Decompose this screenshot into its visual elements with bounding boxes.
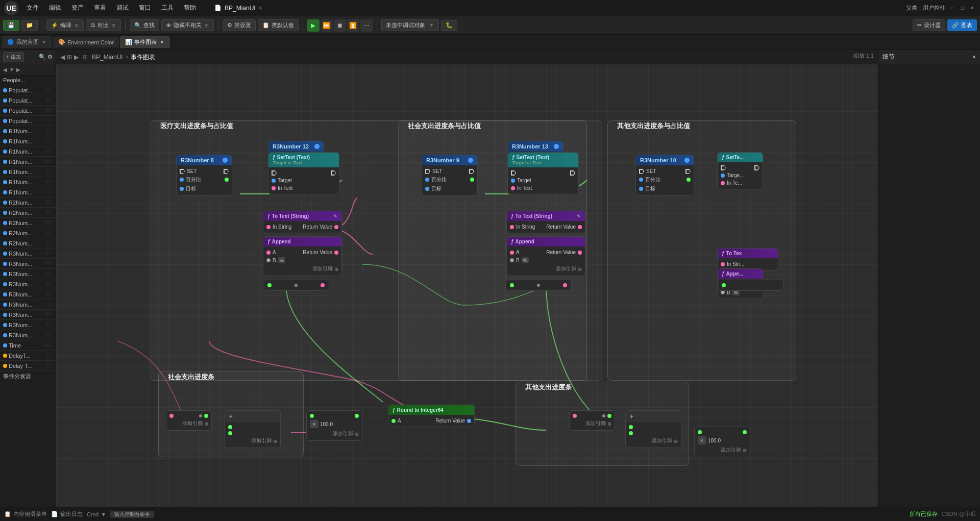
node-roundint[interactable]: ƒ Round to Integer64 A Return Value <box>388 405 475 427</box>
pause-button[interactable]: ⏫ <box>347 19 359 32</box>
graph-button[interactable]: 🔗 图表 <box>947 19 977 31</box>
node-divide-op2[interactable]: ÷ 添加引脚 ⊕ <box>625 410 681 448</box>
nav-home-icon[interactable]: ⊞ <box>67 54 72 61</box>
sidebar-item-2[interactable]: Populat...〈〉 <box>0 95 56 106</box>
menu-help[interactable]: 帮助 <box>180 2 200 14</box>
sidebar-arrow-right[interactable]: ▶ <box>16 67 20 72</box>
node-append2[interactable]: ƒ Append A Return Value <box>506 236 585 276</box>
tab-event-graph[interactable]: 📊 事件图表 × <box>120 36 170 48</box>
tab-my-blueprint[interactable]: 🔵 我的蓝图 × <box>2 36 52 48</box>
node-settext2[interactable]: ƒ SetText (Text) Target is Text Target <box>507 152 579 194</box>
sidebar-item-29[interactable]: 事件分发器 <box>0 371 56 382</box>
node-divide1[interactable]: 添加引脚 ⊕ <box>166 410 212 431</box>
play-button[interactable]: ▶ <box>307 19 320 32</box>
sidebar-item-18[interactable]: R3Num...〈〉 <box>0 259 56 269</box>
node-r3number10[interactable]: R3Number 10 SET 百分比 <box>635 155 694 196</box>
sidebar-settings-icon[interactable]: ⚙ <box>47 54 53 60</box>
node-multiply2[interactable]: × 100.0 添加引脚 ⊕ <box>694 427 750 457</box>
sidebar-item-9[interactable]: R1Num...〈〉 <box>0 167 56 177</box>
class-settings-button[interactable]: ⚙ 类设置 <box>223 19 256 31</box>
minimize-button[interactable]: ─ <box>948 5 955 12</box>
sidebar-item-1[interactable]: Populat...〈〉 <box>0 85 56 95</box>
sidebar-item-15[interactable]: R2Num...〈〉 <box>0 228 56 238</box>
canvas-area[interactable]: ◀ ⊞ ▶ ⊞ BP_MianUI > 事件图表 缩放 1:1 <box>56 50 878 507</box>
node-settext1[interactable]: ƒ SetText (Text) Target is Text Target <box>268 152 339 194</box>
find-button[interactable]: 🔍 查找 <box>130 19 159 31</box>
menu-debug[interactable]: 调试 <box>112 2 133 14</box>
sidebar-item-4[interactable]: Populat...〈〉 <box>0 116 56 126</box>
close-button[interactable]: × <box>969 5 976 12</box>
sidebar-item-21[interactable]: R3Num...〈〉 <box>0 289 56 300</box>
sidebar-item-17[interactable]: R3Num...〈〉 <box>0 249 56 259</box>
sidebar-item-26[interactable]: Time〈〉 <box>0 340 56 351</box>
sidebar-item-7[interactable]: R1Num...〈〉 <box>0 146 56 157</box>
resume-button[interactable]: ⏩ <box>321 19 333 32</box>
compile-button[interactable]: ⚡ 编译 ▼ <box>46 19 84 31</box>
sidebar-item-12[interactable]: R2Num...〈〉 <box>0 197 56 208</box>
status-content[interactable]: 📋 内容侧滑菜单 <box>4 510 47 518</box>
stop-button[interactable]: ⏹ <box>334 19 346 32</box>
add-pin-row-1[interactable]: 添加引脚 ⊕ <box>263 264 341 274</box>
node-connector3[interactable] <box>717 280 783 291</box>
save-button[interactable]: 💾 <box>3 20 19 31</box>
tab-close-event-graph[interactable]: × <box>159 39 165 45</box>
menu-edit[interactable]: 编辑 <box>45 2 65 14</box>
node-connector2[interactable] <box>505 280 572 291</box>
sidebar-item-22[interactable]: R3Num...〈〉 <box>0 300 56 310</box>
add-pin-row-2[interactable]: 添加引脚 ⊕ <box>507 264 585 274</box>
sidebar-item-5[interactable]: R1Num...〈〉 <box>0 126 56 136</box>
sidebar-arrow-left[interactable]: ◀ <box>3 67 7 72</box>
add-pin-row-8[interactable]: 添加引脚 ⊕ <box>695 445 750 455</box>
more-button[interactable]: ⋯ <box>360 19 373 32</box>
node-totext2[interactable]: ƒ To Text (String) ✎ In String Return Va… <box>506 211 585 233</box>
sidebar-item-20[interactable]: R3Num...〈〉 <box>0 279 56 289</box>
node-r3number9[interactable]: R3Number 9 SET 百分比 <box>422 155 478 196</box>
add-pin-row-6[interactable]: 添加引脚 ⊕ <box>570 419 615 428</box>
node-connector1[interactable] <box>263 280 329 291</box>
status-output[interactable]: 📄 输出日志 <box>51 510 83 518</box>
menu-tools[interactable]: 工具 <box>157 2 178 14</box>
sidebar-item-8[interactable]: R1Num...〈〉 <box>0 157 56 167</box>
breadcrumb-bp[interactable]: BP_MianUI <box>92 54 123 61</box>
designer-button[interactable]: ✏ 设计器 <box>913 19 945 31</box>
sidebar-item-10[interactable]: R1Num...〈〉 <box>0 177 56 187</box>
node-settext3[interactable]: ƒ SetTe... Targe... <box>717 152 763 189</box>
add-pin-row-4[interactable]: 添加引脚 ⊕ <box>225 436 280 445</box>
compare-button[interactable]: ⚖ 对比 ▼ <box>86 19 121 31</box>
sidebar-item-16[interactable]: R2Num...〈〉 <box>0 238 56 249</box>
node-multiply1[interactable]: × 100.0 添加引脚 ⊕ <box>306 410 362 441</box>
node-divide2[interactable]: 添加引脚 ⊕ <box>569 410 615 431</box>
nav-left-icon[interactable]: ◀ <box>60 54 65 61</box>
sidebar-item-13[interactable]: R2Num...〈〉 <box>0 208 56 218</box>
node-totext1[interactable]: ƒ To Text (String) ✎ In String Return Va… <box>263 211 342 233</box>
menu-file[interactable]: 文件 <box>22 2 43 14</box>
sidebar-item-25[interactable]: R3Num...〈〉 <box>0 330 56 340</box>
sidebar-item-19[interactable]: R3Num...〈〉 <box>0 269 56 279</box>
add-variable-button[interactable]: + 添加 <box>3 52 24 62</box>
browse-button[interactable]: 📁 <box>21 20 38 31</box>
sidebar-item-27[interactable]: DelayT...〈〉 <box>0 351 56 361</box>
node-r3number8[interactable]: R3Number 8 SET 百分比 <box>176 155 232 196</box>
node-append1[interactable]: ƒ Append A Return Value <box>263 236 342 276</box>
sidebar-item-11[interactable]: R1Num...〈〉 <box>0 187 56 197</box>
status-cmd[interactable]: Cmd ▼ <box>87 511 106 517</box>
sidebar-item-24[interactable]: R3Num...〈〉 <box>0 320 56 330</box>
nav-right-icon[interactable]: ▶ <box>74 54 79 61</box>
filename-close[interactable]: × <box>259 5 262 12</box>
menu-view[interactable]: 查看 <box>90 2 110 14</box>
class-defaults-button[interactable]: 📋 类默认值 <box>258 19 299 31</box>
menu-asset[interactable]: 资产 <box>67 2 88 14</box>
sidebar-search-icon[interactable]: 🔍 <box>39 54 46 60</box>
sidebar-item-6[interactable]: R1Num...〈〉 <box>0 136 56 146</box>
sidebar-item-0[interactable]: People... <box>0 76 56 85</box>
sidebar-item-3[interactable]: Populat...〈〉 <box>0 106 56 116</box>
add-pin-row-7[interactable]: 添加引脚 ⊕ <box>626 436 681 445</box>
tab-env-color[interactable]: 🎨 Environment Color <box>53 37 119 47</box>
hide-unrelated-button[interactable]: 👁 隐藏不相关 ▼ <box>161 19 214 31</box>
maximize-button[interactable]: □ <box>959 5 966 12</box>
add-pin-row-5[interactable]: 添加引脚 ⊕ <box>307 429 362 438</box>
menu-window[interactable]: 窗口 <box>135 2 155 14</box>
sidebar-item-14[interactable]: R2Num...〈〉 <box>0 218 56 228</box>
sidebar-item-23[interactable]: R3Num...〈〉 <box>0 310 56 320</box>
debug-target-select[interactable]: 未选中调试对象 ▼ <box>381 19 439 31</box>
